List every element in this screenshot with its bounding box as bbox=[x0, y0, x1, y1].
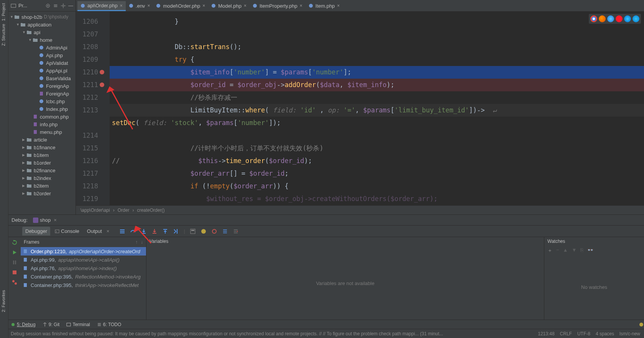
view-breakpoints-icon[interactable] bbox=[12, 279, 18, 285]
ie-icon[interactable] bbox=[624, 15, 631, 22]
editor-tab[interactable]: .env× bbox=[126, 1, 153, 11]
debug-tool-button[interactable]: 5: Debug bbox=[11, 322, 36, 327]
firefox-icon[interactable] bbox=[599, 15, 606, 22]
project-view-icon[interactable] bbox=[11, 3, 16, 8]
breakpoint-icon[interactable] bbox=[100, 82, 104, 87]
event-log-icon[interactable] bbox=[639, 322, 644, 327]
tree-node[interactable]: ForeignAp bbox=[8, 82, 76, 90]
breadcrumb-item[interactable]: \app\Order\api bbox=[80, 208, 110, 213]
file-encoding[interactable]: UTF-8 bbox=[577, 331, 590, 336]
add-watch-icon[interactable]: ＋ bbox=[547, 247, 552, 255]
tree-node[interactable]: application bbox=[8, 21, 76, 28]
tree-node[interactable]: info.php bbox=[8, 120, 76, 128]
tree-node[interactable]: api bbox=[8, 28, 76, 36]
tree-node[interactable]: b1item bbox=[8, 151, 76, 159]
editor-tab[interactable]: Item.php× bbox=[306, 1, 343, 11]
editor-tab[interactable]: ItemProperty.php× bbox=[250, 1, 306, 11]
step-out-icon[interactable] bbox=[162, 228, 168, 234]
tree-node[interactable]: AppApi.pl bbox=[8, 67, 76, 74]
debug-tab[interactable]: Output bbox=[84, 227, 105, 236]
stack-frame[interactable]: Container.php:395, ReflectionMethod->inv… bbox=[21, 272, 146, 281]
breadcrumb-item[interactable]: createOrder() bbox=[137, 208, 164, 213]
tree-node[interactable]: common.php bbox=[8, 113, 76, 120]
tree-node[interactable]: BaseValida bbox=[8, 74, 76, 82]
settings-icon[interactable] bbox=[61, 3, 66, 8]
watch-down-icon[interactable]: ▼ bbox=[572, 247, 577, 255]
tool-window-structure-tab[interactable]: Z: Structure bbox=[1, 24, 6, 46]
trace-icon[interactable] bbox=[200, 228, 207, 234]
breadcrumb-item[interactable]: Order bbox=[118, 208, 130, 213]
tree-node[interactable]: b1finance bbox=[8, 143, 76, 151]
editor-tab[interactable]: api\Order.php× bbox=[77, 1, 126, 11]
stop-icon[interactable] bbox=[12, 269, 18, 275]
close-icon[interactable]: × bbox=[244, 3, 246, 8]
settings-list-icon[interactable] bbox=[222, 228, 228, 234]
terminal-tool-button[interactable]: Terminal bbox=[66, 322, 90, 327]
tree-node[interactable]: menu.php bbox=[8, 128, 76, 136]
tree-node[interactable]: b2index bbox=[8, 174, 76, 182]
indent-info[interactable]: 4 spaces bbox=[596, 331, 614, 336]
tree-node[interactable]: Index.php bbox=[8, 105, 76, 113]
close-icon[interactable]: × bbox=[107, 228, 110, 234]
stack-frame[interactable]: Order.php:1210, app\Order\api\Order->cre… bbox=[21, 247, 146, 256]
edge-icon[interactable] bbox=[632, 15, 639, 22]
chrome-icon[interactable] bbox=[590, 15, 597, 22]
safari-icon[interactable] bbox=[607, 15, 614, 22]
tool-window-favorites-tab[interactable]: 2: Favorites bbox=[1, 290, 6, 312]
stack-frame[interactable]: Api.php:76, app\api\home\Api->index() bbox=[21, 264, 146, 272]
code-lines[interactable]: } Db::startTrans(); try { $item_info['nu… bbox=[110, 12, 644, 205]
tree-node[interactable]: Api.php bbox=[8, 51, 76, 59]
close-icon[interactable]: × bbox=[202, 3, 205, 8]
rerun-icon[interactable] bbox=[12, 239, 18, 246]
project-tree[interactable]: shop-b2bD:\phpstudyapplicationapihomeAdm… bbox=[8, 12, 76, 214]
expand-all-icon[interactable] bbox=[53, 3, 58, 8]
run-to-cursor-icon[interactable] bbox=[173, 228, 179, 234]
tree-node[interactable]: b2item bbox=[8, 182, 76, 190]
hide-icon[interactable]: — bbox=[68, 3, 73, 8]
run-config-tab[interactable]: shop × bbox=[31, 216, 59, 224]
stack-frame[interactable]: Api.php:99, app\api\home\Api->callApi() bbox=[21, 256, 146, 264]
stack-frame[interactable]: Container.php:395, think\App->invokeRefl… bbox=[21, 281, 146, 289]
close-icon[interactable]: × bbox=[120, 3, 123, 8]
copy-watch-icon[interactable]: ⎘ bbox=[580, 247, 583, 255]
close-icon[interactable]: × bbox=[147, 3, 150, 8]
editor-gutter[interactable]: 1206120712081209121012111212121312141215… bbox=[76, 12, 110, 205]
step-into-icon[interactable] bbox=[141, 228, 147, 234]
tool-window-project-tab[interactable]: 1: Project bbox=[1, 3, 6, 21]
opera-icon[interactable] bbox=[616, 15, 623, 22]
git-tool-button[interactable]: 9: Git bbox=[43, 322, 60, 327]
force-step-into-icon[interactable] bbox=[151, 228, 158, 234]
remove-watch-icon[interactable]: − bbox=[556, 247, 559, 255]
tree-node[interactable]: AdminApi bbox=[8, 44, 76, 51]
close-icon[interactable]: × bbox=[300, 3, 302, 8]
tree-node[interactable]: b2finance bbox=[8, 167, 76, 174]
tree-node[interactable]: Icbc.php bbox=[8, 97, 76, 105]
code-editor[interactable]: 1206120712081209121012111212121312141215… bbox=[76, 12, 644, 205]
git-branch[interactable]: lsm/c-new bbox=[619, 331, 640, 336]
tree-node[interactable]: ApiValidat bbox=[8, 59, 76, 67]
step-over-icon[interactable] bbox=[130, 228, 136, 234]
tree-node[interactable]: home bbox=[8, 36, 76, 44]
mute-breakpoints-icon[interactable] bbox=[211, 228, 217, 234]
pin-icon[interactable] bbox=[233, 228, 239, 234]
debug-tab[interactable]: Console bbox=[52, 227, 82, 236]
editor-tab[interactable]: Model.php× bbox=[208, 1, 250, 11]
debug-tab[interactable]: Debugger bbox=[22, 227, 50, 236]
close-icon[interactable]: × bbox=[337, 3, 340, 8]
close-icon[interactable]: × bbox=[54, 217, 57, 223]
tree-node[interactable]: b2order bbox=[8, 190, 76, 197]
pause-icon[interactable] bbox=[12, 259, 18, 265]
tree-node[interactable]: article bbox=[8, 136, 76, 143]
evaluate-expression-icon[interactable] bbox=[190, 228, 196, 234]
tree-node[interactable]: shop-b2bD:\phpstudy bbox=[8, 13, 76, 21]
caret-position[interactable]: 1213:48 bbox=[538, 331, 554, 336]
tree-node[interactable]: ForeignAp bbox=[8, 90, 76, 97]
resume-icon[interactable] bbox=[12, 249, 18, 256]
editor-tab[interactable]: model\Order.php× bbox=[153, 1, 208, 11]
prev-frame-icon[interactable]: ↑ bbox=[135, 239, 138, 245]
line-separator[interactable]: CRLF bbox=[560, 331, 572, 336]
locate-icon[interactable] bbox=[45, 3, 51, 8]
glasses-icon[interactable]: 👓 bbox=[587, 247, 593, 255]
breakpoint-icon[interactable] bbox=[100, 70, 104, 74]
show-execution-point-icon[interactable] bbox=[119, 228, 125, 234]
